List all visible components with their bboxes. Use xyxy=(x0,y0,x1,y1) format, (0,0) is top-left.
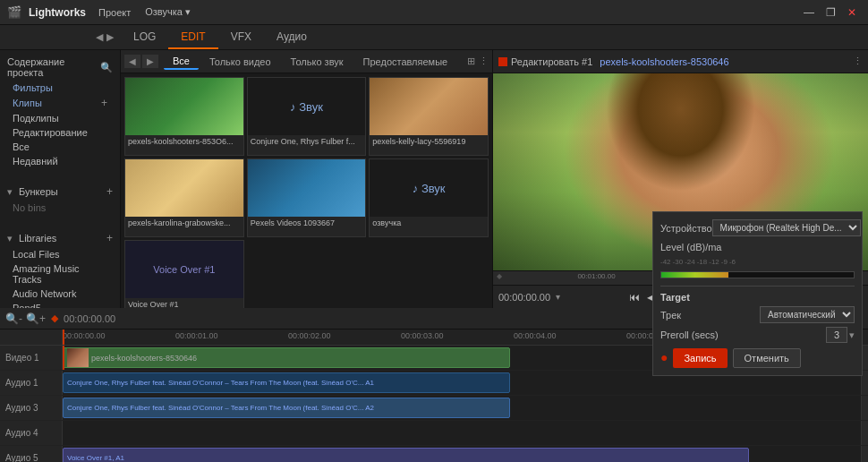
top-row: Содержание проекта 🔍 Фильтры Клипы + Под… xyxy=(0,50,868,308)
ruler-1: 00:00:01.00 xyxy=(175,331,218,340)
search-icon[interactable]: 🔍 xyxy=(100,62,113,73)
maximize-button[interactable]: ❐ xyxy=(821,4,839,21)
subtab-forward[interactable]: ▶ xyxy=(142,55,158,68)
sidebar-item-subclips[interactable]: Подклипы xyxy=(0,111,120,125)
track-playhead xyxy=(63,346,64,370)
clip-audio3[interactable]: Conjure One, Rhys Fulber feat. Sinéad O'… xyxy=(63,398,510,418)
rec-preroll-label: Preroll (secs) xyxy=(660,329,719,340)
tab-log[interactable]: LOG xyxy=(121,25,168,49)
top-tab-bar: ◀ ▶ LOG EDIT VFX Аудио xyxy=(0,25,868,50)
back-arrow-icon[interactable]: ◀ xyxy=(96,31,103,43)
ruler-0: 00:00:00.00 xyxy=(63,331,106,340)
sidebar-section-project: Содержание проекта 🔍 Фильтры Клипы + Под… xyxy=(0,50,120,172)
menu-voiceover[interactable]: Озвучка ▾ xyxy=(140,4,196,20)
prev-frame-btn[interactable]: ⏮ xyxy=(626,291,642,304)
sidebar-item-localfiles[interactable]: Local Files xyxy=(0,247,120,261)
titlebar: 🎬 Lightworks Проект Озвучка ▾ — ❐ ✕ xyxy=(0,0,868,25)
preview-clip-link[interactable]: pexels-koolshooters-8530646 xyxy=(600,56,849,67)
sidebar-item-pond5[interactable]: Pond5 xyxy=(0,301,120,308)
record-button[interactable]: Запись xyxy=(673,348,727,368)
preroll-dropdown-icon[interactable]: ▾ xyxy=(849,329,855,341)
bins-arrow: ▾ xyxy=(7,186,13,197)
track-name-video1: Видео 1 xyxy=(5,353,39,363)
sidebar-item-clips[interactable]: Клипы xyxy=(13,98,42,108)
track-name-audio4: Аудио 4 xyxy=(5,428,38,438)
sidebar-item-editing[interactable]: Редактирование xyxy=(0,125,120,140)
track-name-audio3: Аудио 3 xyxy=(5,403,38,413)
media-item-1[interactable]: ♪ Звук Conjure One, Rhys Fulber f... xyxy=(247,77,367,156)
menu-project[interactable]: Проект xyxy=(93,5,136,20)
audio-icon-1: ♪ Звук xyxy=(290,100,323,114)
media-item-0[interactable]: pexels-koolshooters-853O6... xyxy=(124,77,244,156)
zoom-in-btn[interactable]: 🔍+ xyxy=(26,312,46,325)
subtab-back[interactable]: ◀ xyxy=(124,55,140,68)
cancel-button[interactable]: Отменить xyxy=(733,348,801,368)
minimize-button[interactable]: — xyxy=(800,4,818,21)
sidebar-section-libraries: ▾ Libraries + Local Files Amazing Music … xyxy=(0,226,120,308)
clip-label-audio1: Conjure One, Rhys Fulber feat. Sinéad O'… xyxy=(67,379,374,387)
subtab-provided[interactable]: Предоставляемые xyxy=(354,55,457,69)
clip-audio1[interactable]: Conjure One, Rhys Fulber feat. Sinéad O'… xyxy=(63,372,510,393)
track-name-audio1: Аудио 1 xyxy=(5,378,38,388)
media-thumb-6: Voice Over #1 xyxy=(125,241,243,298)
audio-icon-2: ♪ Звук xyxy=(413,182,446,195)
media-thumb-3 xyxy=(125,159,243,217)
rec-track-select[interactable]: Автоматический xyxy=(760,306,855,323)
sidebar-item-recent[interactable]: Недавний xyxy=(0,154,120,168)
media-thumb-2 xyxy=(370,78,488,135)
clip-thumb xyxy=(67,348,89,368)
libraries-add-icon[interactable]: + xyxy=(106,232,113,244)
clip-label-audio3: Conjure One, Rhys Fulber feat. Sinéad O'… xyxy=(67,404,374,412)
media-item-2[interactable]: pexels-kelly-lacy-5596919 xyxy=(369,77,489,156)
media-label-4: Pexels Videos 1093667 xyxy=(248,217,366,229)
libraries-arrow: ▾ xyxy=(7,233,13,244)
media-item-6[interactable]: Voice Over #1 Voice Over #1 xyxy=(124,240,244,308)
track-content-audio3[interactable]: Conjure One, Rhys Fulber feat. Sinéad O'… xyxy=(63,396,861,420)
rec-device-select[interactable]: Микрофон (Realtek High De... xyxy=(712,219,861,236)
tab-audio[interactable]: Аудио xyxy=(264,25,319,49)
sidebar: Содержание проекта 🔍 Фильтры Клипы + Под… xyxy=(0,50,121,308)
preview-menu-icon[interactable]: ⋮ xyxy=(853,56,863,67)
track-audio3: Аудио 3 Conjure One, Rhys Fulber feat. S… xyxy=(0,396,868,421)
subtabs-menu-icon[interactable]: ⋮ xyxy=(479,56,489,67)
forward-arrow-icon[interactable]: ▶ xyxy=(106,31,114,43)
subtab-video-only[interactable]: Только видео xyxy=(200,55,280,69)
grid-view-icon[interactable]: ⊞ xyxy=(467,56,475,67)
rec-preroll-value: 3 xyxy=(826,327,847,343)
level-bar-visual xyxy=(660,271,855,278)
sidebar-project-header[interactable]: Содержание проекта 🔍 xyxy=(0,54,120,81)
subtab-audio-only[interactable]: Только звук xyxy=(282,55,353,69)
media-thumb-4 xyxy=(248,159,366,217)
track-scrollbar-5[interactable] xyxy=(861,446,868,462)
sidebar-item-audionetwork[interactable]: Audio Network xyxy=(0,287,120,301)
center-area: ◀ ▶ Все Только видео Только звук Предост… xyxy=(121,50,492,308)
preview-time: 00:00:00.00 xyxy=(498,292,550,303)
media-item-4[interactable]: Pexels Videos 1093667 xyxy=(247,158,367,237)
media-item-3[interactable]: pexels-karolina-grabowske... xyxy=(124,158,244,237)
sidebar-item-amazingmusic[interactable]: Amazing Music Tracks xyxy=(0,261,120,287)
media-item-5[interactable]: ♪ Звук озвучка xyxy=(369,158,489,237)
preview-time-dropdown[interactable]: ▾ xyxy=(556,292,560,302)
sidebar-bins-header[interactable]: ▾ Бункеры + xyxy=(0,183,120,201)
sidebar-libraries-header[interactable]: ▾ Libraries + xyxy=(0,229,120,247)
clip-video1[interactable]: pexels-koolshooters-8530646 xyxy=(63,347,510,368)
sidebar-item-filters[interactable]: Фильтры xyxy=(0,81,120,95)
sidebar-item-all[interactable]: Все xyxy=(0,140,120,154)
tab-vfx[interactable]: VFX xyxy=(218,25,264,49)
rec-bullet-icon: ● xyxy=(660,350,668,368)
track-scrollbar-4[interactable] xyxy=(861,421,868,445)
rec-device-label: Устройство xyxy=(660,223,712,234)
track-content-audio5[interactable]: Voice Over #1, A1 xyxy=(63,446,861,462)
close-button[interactable]: ✕ xyxy=(843,4,861,21)
clip-audio5[interactable]: Voice Over #1, A1 xyxy=(63,448,749,462)
tab-edit[interactable]: EDIT xyxy=(168,25,217,49)
clips-add-icon[interactable]: + xyxy=(101,97,107,109)
zoom-out-btn[interactable]: 🔍- xyxy=(5,312,22,325)
track-scrollbar-3[interactable] xyxy=(861,396,868,420)
media-label-1: Conjure One, Rhys Fulber f... xyxy=(248,135,366,148)
bins-add-icon[interactable]: + xyxy=(106,185,113,198)
titlebar-left: 🎬 Lightworks Проект Озвучка ▾ xyxy=(7,4,196,20)
track-content-audio4[interactable] xyxy=(63,421,861,445)
subtab-bar: ◀ ▶ Все Только видео Только звук Предост… xyxy=(121,50,492,73)
subtab-all[interactable]: Все xyxy=(164,54,199,70)
